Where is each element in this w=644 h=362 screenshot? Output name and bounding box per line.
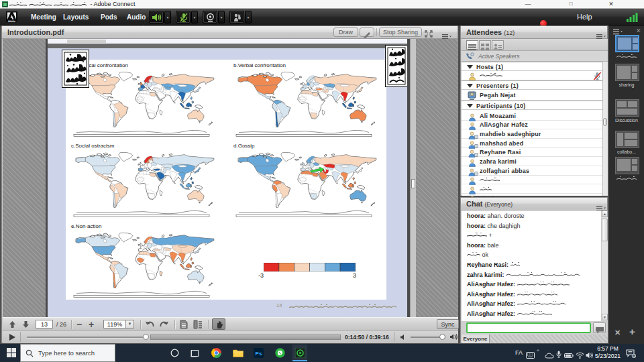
svg-text:Adobe: Adobe [8, 20, 15, 23]
svg-text:Ps: Ps [256, 351, 262, 357]
